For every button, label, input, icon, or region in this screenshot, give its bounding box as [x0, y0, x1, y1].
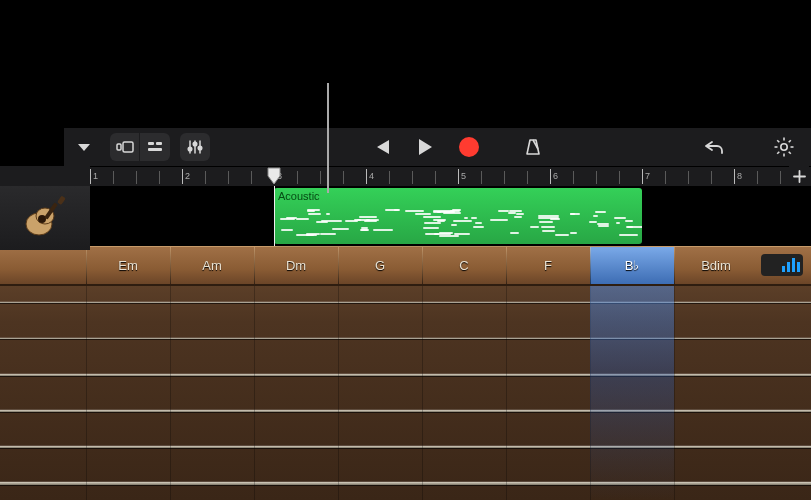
instrument-touch-area: EmAmDmGCFB♭Bdim — [0, 246, 811, 500]
svg-line-20 — [777, 152, 779, 154]
ruler-tick-beat — [136, 171, 137, 184]
ruler-tick-bar — [550, 169, 551, 184]
settings-button[interactable] — [773, 136, 795, 158]
playhead-line — [274, 186, 275, 246]
svg-rect-2 — [148, 142, 154, 145]
chord-column-divider — [254, 286, 255, 500]
chord-button[interactable]: Am — [170, 247, 254, 284]
ruler-tick-bar — [366, 169, 367, 184]
left-gutter — [0, 128, 64, 166]
guitar-string[interactable] — [0, 446, 811, 448]
ruler-tick-beat — [205, 171, 206, 184]
svg-rect-0 — [117, 144, 121, 150]
browser-toggle[interactable] — [110, 133, 140, 161]
ruler-bar-number: 8 — [737, 171, 742, 181]
view-menu-button[interactable] — [68, 141, 100, 153]
ruler-tick-beat — [435, 171, 436, 184]
ruler-tick-beat — [481, 171, 482, 184]
ruler-bar-number: 4 — [369, 171, 374, 181]
record-button[interactable] — [456, 134, 482, 160]
control-bar — [64, 128, 811, 166]
autoplay-bars-icon — [782, 258, 800, 272]
region-notes-icon — [278, 208, 638, 238]
ruler-tick-beat — [711, 171, 712, 184]
ruler-tick-beat — [527, 171, 528, 184]
mixer-segment — [180, 133, 210, 161]
annotation-pointer — [327, 83, 329, 193]
go-to-beginning-button[interactable] — [368, 134, 394, 160]
right-toolbar-group — [703, 136, 795, 158]
chord-column-divider — [86, 286, 87, 500]
view-segmented-control — [110, 133, 170, 161]
record-icon — [459, 137, 479, 157]
svg-rect-1 — [123, 142, 133, 152]
svg-point-12 — [781, 144, 787, 150]
mixer-toggle[interactable] — [180, 133, 210, 161]
strings-area[interactable] — [0, 286, 811, 500]
ruler-tick-beat — [780, 171, 781, 184]
ruler-bar-number: 6 — [553, 171, 558, 181]
svg-rect-25 — [57, 196, 66, 205]
svg-line-18 — [789, 152, 791, 154]
ruler-tick-beat — [228, 171, 229, 184]
chord-column-divider — [506, 286, 507, 500]
ruler-tick-beat — [504, 171, 505, 184]
ruler-tick-bar — [734, 169, 735, 184]
ruler-tick-beat — [320, 171, 321, 184]
ruler-tick-beat — [757, 171, 758, 184]
chord-column-divider — [674, 286, 675, 500]
svg-line-19 — [789, 140, 791, 142]
ruler-tick-beat — [596, 171, 597, 184]
autoplay-toggle[interactable] — [761, 254, 803, 276]
svg-point-23 — [38, 215, 46, 223]
midi-region[interactable]: Acoustic — [274, 188, 642, 244]
play-button[interactable] — [412, 134, 438, 160]
chord-button[interactable]: Em — [86, 247, 170, 284]
ruler-tick-beat — [251, 171, 252, 184]
playhead-handle[interactable] — [267, 167, 281, 181]
chord-button[interactable]: C — [422, 247, 506, 284]
chord-column-divider — [170, 286, 171, 500]
chord-button[interactable]: B♭ — [590, 247, 674, 284]
ruler-bar-number: 5 — [461, 171, 466, 181]
guitar-string[interactable] — [0, 338, 811, 339]
svg-point-10 — [198, 146, 202, 150]
chord-button[interactable]: Dm — [254, 247, 338, 284]
chord-button[interactable]: Bdim — [674, 247, 758, 284]
guitar-string[interactable] — [0, 374, 811, 376]
ruler-tick-bar — [642, 169, 643, 184]
selected-chord-highlight — [590, 286, 674, 500]
chord-button[interactable]: F — [506, 247, 590, 284]
guitar-string[interactable] — [0, 302, 811, 303]
ruler-tick-beat — [343, 171, 344, 184]
ruler-tick-beat — [389, 171, 390, 184]
track-header[interactable] — [0, 186, 90, 250]
timeline-ruler[interactable]: 12345678 — [64, 166, 811, 186]
ruler-tick-beat — [573, 171, 574, 184]
add-section-button[interactable] — [789, 166, 809, 186]
chord-column-divider — [338, 286, 339, 500]
svg-point-8 — [188, 147, 192, 151]
track-header-gutter — [0, 166, 90, 186]
ruler-bar-number: 1 — [93, 171, 98, 181]
chord-button[interactable]: G — [338, 247, 422, 284]
ruler-tick-beat — [619, 171, 620, 184]
chord-column-divider — [422, 286, 423, 500]
transport-controls — [368, 134, 546, 160]
fx-toggle[interactable] — [140, 133, 170, 161]
ruler-tick-bar — [458, 169, 459, 184]
chord-strip-left-pad — [0, 247, 86, 284]
undo-button[interactable] — [703, 138, 725, 156]
svg-rect-4 — [148, 148, 162, 151]
svg-rect-3 — [156, 142, 162, 145]
svg-line-17 — [777, 140, 779, 142]
metronome-button[interactable] — [520, 134, 546, 160]
acoustic-guitar-icon — [20, 193, 70, 243]
ruler-tick-beat — [159, 171, 160, 184]
ruler-bar-number: 7 — [645, 171, 650, 181]
ruler-tick-beat — [297, 171, 298, 184]
ruler-tick-bar — [182, 169, 183, 184]
guitar-string[interactable] — [0, 410, 811, 412]
svg-point-9 — [193, 142, 197, 146]
guitar-string[interactable] — [0, 482, 811, 485]
